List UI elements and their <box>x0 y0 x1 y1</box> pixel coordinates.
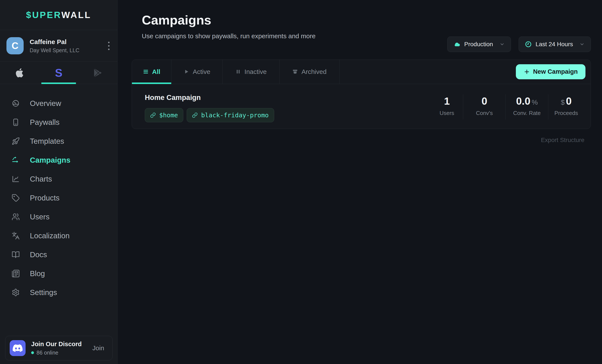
logo-rest-text: WALL <box>62 10 91 20</box>
campaigns-card: All Active Inactive Archived New Campaig… <box>132 60 591 129</box>
superwall-wordmark: $UPERWALL <box>26 10 91 20</box>
stat-value: 1 <box>444 96 450 107</box>
superwall-dashboard: $UPERWALL C Caffeine Pal Day Well Spent,… <box>0 0 602 364</box>
sidebar: $UPERWALL C Caffeine Pal Day Well Spent,… <box>0 0 118 364</box>
account-menu-button[interactable] <box>107 40 111 51</box>
discord-title: Join Our Discord <box>31 341 92 348</box>
placement-tag-label: black-friday-promo <box>201 111 269 119</box>
main-content: Campaigns Use campaigns to show paywalls… <box>118 0 602 364</box>
discord-text: Join Our Discord 86 online <box>31 341 92 356</box>
link-icon <box>192 112 198 118</box>
page-header: Campaigns Use campaigns to show paywalls… <box>118 0 602 40</box>
platform-tab-ios[interactable] <box>0 62 39 84</box>
sidebar-item-blog[interactable]: Blog <box>0 264 117 283</box>
account-name: Caffeine Pal <box>30 38 107 45</box>
stat-label: Proceeds <box>548 110 584 117</box>
sidebar-item-users[interactable]: Users <box>0 207 117 226</box>
tab-inactive[interactable]: Inactive <box>223 60 280 84</box>
platform-tabs: S <box>0 62 117 84</box>
platform-tab-superwall-sdk[interactable]: S <box>39 62 78 84</box>
sidebar-nav: Overview Paywalls Templates Campaigns Ch… <box>0 84 117 302</box>
stat-value: 0 <box>566 96 572 107</box>
superwall-sdk-icon: S <box>55 66 63 79</box>
sidebar-item-label: Settings <box>30 288 57 297</box>
gauge-icon <box>11 99 20 107</box>
sidebar-item-label: Docs <box>30 250 47 259</box>
stat-suffix: % <box>532 98 538 106</box>
sidebar-item-paywalls[interactable]: Paywalls <box>0 113 117 132</box>
tab-archived[interactable]: Archived <box>280 60 339 84</box>
stat-prefix: $ <box>561 98 565 106</box>
account-switcher[interactable]: C Caffeine Pal Day Well Spent, LLC <box>0 30 117 62</box>
time-range-value: Last 24 Hours <box>536 41 573 48</box>
placement-tags: $home black-friday-promo <box>145 108 274 122</box>
archive-icon <box>292 69 298 75</box>
tab-label: All <box>152 68 160 75</box>
campaign-stats: 1 Users 0 Conv's 0.0% Conv. Rate $0 Proc… <box>431 94 584 119</box>
sidebar-item-overview[interactable]: Overview <box>0 94 117 113</box>
brand-logo: $UPERWALL <box>0 0 117 30</box>
placement-tag-label: $home <box>159 111 178 119</box>
new-campaign-button[interactable]: New Campaign <box>516 64 585 79</box>
account-org: Day Well Spent, LLC <box>30 47 107 54</box>
translate-icon <box>11 232 20 240</box>
link-icon <box>150 112 156 118</box>
campaign-info: Home Campaign $home black-friday-promo <box>145 94 274 122</box>
sidebar-item-templates[interactable]: Templates <box>0 132 117 151</box>
tab-label: Archived <box>301 68 327 75</box>
cloud-icon <box>453 41 460 48</box>
sidebar-item-campaigns[interactable]: Campaigns <box>0 151 117 170</box>
stat-value: 0.0 <box>516 96 530 107</box>
sidebar-item-charts[interactable]: Charts <box>0 170 117 188</box>
discord-join-button[interactable]: Join <box>92 344 104 352</box>
sidebar-item-label: Paywalls <box>30 118 60 127</box>
export-row: Export Structure <box>118 137 584 144</box>
account-avatar: C <box>6 37 24 54</box>
tab-active[interactable]: Active <box>172 60 223 84</box>
campaign-tabs: All Active Inactive Archived New Campaig… <box>132 60 591 84</box>
platform-tab-android[interactable] <box>78 62 117 84</box>
export-structure-link[interactable]: Export Structure <box>541 137 584 143</box>
sidebar-item-settings[interactable]: Settings <box>0 283 117 302</box>
sidebar-item-label: Campaigns <box>30 156 70 164</box>
clock-icon <box>525 41 532 48</box>
tag-icon <box>11 194 20 202</box>
line-chart-icon <box>11 175 20 183</box>
time-range-dropdown[interactable]: Last 24 Hours <box>519 37 591 52</box>
sidebar-item-docs[interactable]: Docs <box>0 245 117 264</box>
chevron-down-icon <box>580 42 585 47</box>
placement-tag[interactable]: black-friday-promo <box>187 108 274 122</box>
book-open-icon <box>11 251 20 259</box>
campaign-name: Home Campaign <box>145 94 274 102</box>
logo-accent-text: $UPER <box>26 10 61 20</box>
sidebar-item-label: Charts <box>30 175 52 183</box>
filter-bar: Production Last 24 Hours <box>447 37 591 52</box>
apple-icon <box>15 68 24 77</box>
users-icon <box>11 213 20 221</box>
account-names: Caffeine Pal Day Well Spent, LLC <box>30 38 107 54</box>
tab-all[interactable]: All <box>132 60 172 84</box>
sidebar-item-localization[interactable]: Localization <box>0 226 117 245</box>
list-icon <box>143 69 149 75</box>
rocket-icon <box>11 137 20 145</box>
tab-label: Inactive <box>245 68 267 75</box>
pause-icon <box>235 69 241 75</box>
google-play-icon <box>94 69 102 77</box>
sidebar-item-label: Templates <box>30 137 64 145</box>
environment-value: Production <box>464 41 493 48</box>
sidebar-item-products[interactable]: Products <box>0 188 117 207</box>
stat-label: Users <box>431 110 463 117</box>
stat-conv-rate: 0.0% Conv. Rate <box>505 94 548 119</box>
discord-card[interactable]: Join Our Discord 86 online Join <box>5 336 113 360</box>
online-count: 86 online <box>36 350 58 356</box>
placement-tag[interactable]: $home <box>145 108 183 122</box>
sidebar-item-label: Overview <box>30 99 61 108</box>
chevron-down-icon <box>500 42 505 47</box>
discord-icon <box>10 340 26 356</box>
stat-value: 0 <box>482 96 487 107</box>
online-status-dot <box>31 351 34 354</box>
gear-icon <box>11 288 20 297</box>
smartphone-icon <box>11 118 20 126</box>
campaign-row[interactable]: Home Campaign $home black-friday-promo <box>132 84 591 129</box>
environment-dropdown[interactable]: Production <box>447 37 511 52</box>
